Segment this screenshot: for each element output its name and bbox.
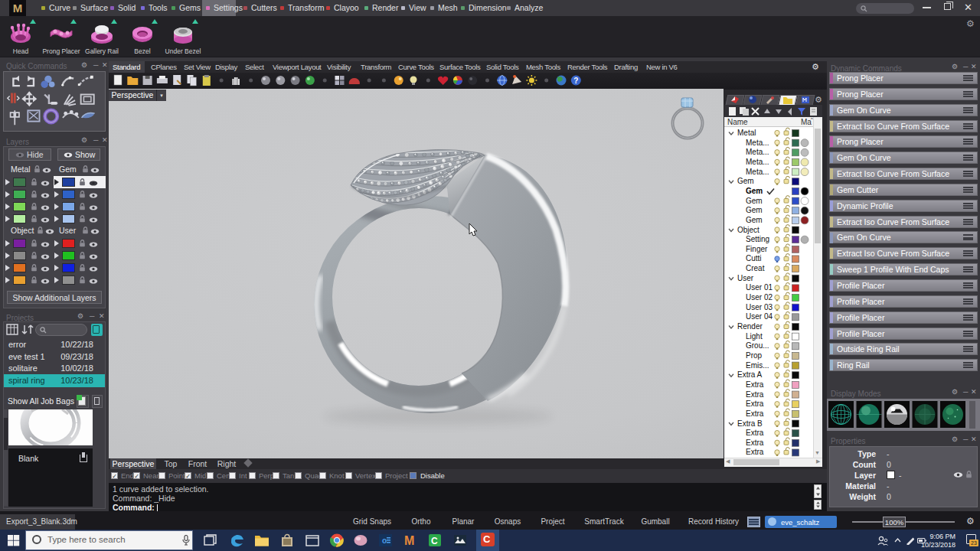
svg-text:C: C bbox=[431, 536, 438, 546]
svg-text:M: M bbox=[404, 534, 414, 547]
svg-text:o: o bbox=[382, 536, 387, 545]
